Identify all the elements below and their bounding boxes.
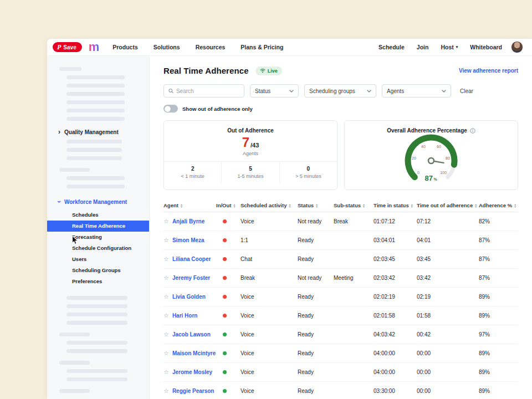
status-dropdown[interactable]: Status xyxy=(250,84,299,98)
star-icon[interactable]: ☆ xyxy=(163,369,169,375)
bucket-value: 0 xyxy=(280,166,337,172)
table-header: Agent▲▼In/Out▲▼Scheduled activity▲▼Statu… xyxy=(163,199,518,212)
search-input[interactable] xyxy=(176,88,239,94)
table-row[interactable]: ☆Maison McintyreVoiceReady04:00:0000:008… xyxy=(163,344,518,363)
sort-down-icon: ▼ xyxy=(474,206,477,208)
agent-link[interactable]: Jeremy Foster xyxy=(172,275,210,281)
table-row[interactable]: ☆Reggie PearsonVoiceReady03:30:0000:0089… xyxy=(163,382,518,399)
sidebar-section-workforce-management[interactable]: › Workforce Management xyxy=(47,196,149,207)
table-row[interactable]: ☆Simon Meza1:1Ready03:04:0104:0187% xyxy=(163,231,518,250)
column-header-in-out[interactable]: In/Out▲▼ xyxy=(216,202,241,208)
sort-icon[interactable]: ▲▼ xyxy=(474,203,477,208)
scheduled-activity-cell: Voice xyxy=(241,218,298,224)
table-row[interactable]: ☆Livia GoldenVoiceReady02:02:1902:1989% xyxy=(163,288,518,306)
sidebar-item-schedules[interactable]: Schedules xyxy=(47,209,149,221)
status-cell: Ready xyxy=(298,369,334,375)
sort-icon[interactable]: ▲▼ xyxy=(411,203,413,208)
column-label: Time in status xyxy=(374,202,409,208)
column-header-time-out-of-adherence[interactable]: Time out of adherence▲▼ xyxy=(417,202,479,208)
sidebar-section-quality-management[interactable]: › Quality Management xyxy=(47,126,149,137)
nav-item-resources[interactable]: Resources xyxy=(196,44,226,50)
star-icon[interactable]: ☆ xyxy=(163,218,169,224)
show-out-of-adherence-toggle[interactable] xyxy=(163,105,178,112)
sort-down-icon: ▼ xyxy=(411,206,413,208)
table-row[interactable]: ☆Hari HornVoiceReady02:01:5801:5889% xyxy=(163,306,518,325)
star-icon[interactable]: ☆ xyxy=(163,256,169,262)
agent-link[interactable]: Maison Mcintyre xyxy=(172,350,216,356)
sidebar-item-real-time-adherence[interactable]: Real Time Adherence xyxy=(47,221,149,232)
agent-link[interactable]: Liliana Cooper xyxy=(172,256,211,262)
app-logo[interactable]: m xyxy=(89,42,100,53)
user-avatar[interactable] xyxy=(511,41,523,53)
gauge-unit: % xyxy=(434,177,438,181)
star-icon[interactable]: ☆ xyxy=(163,350,169,356)
nav-item-solutions[interactable]: Solutions xyxy=(154,44,180,50)
star-icon[interactable]: ☆ xyxy=(163,313,169,319)
column-header-scheduled-activity[interactable]: Scheduled activity▲▼ xyxy=(241,202,298,208)
search-field[interactable] xyxy=(163,84,244,98)
overall-adherence-card: Overall Adherence Percentage xyxy=(344,120,518,190)
table-row[interactable]: ☆Jerome MosleyVoiceReady04:00:0000:0089% xyxy=(163,363,518,382)
scheduling-groups-dropdown[interactable]: Scheduling groups xyxy=(304,84,376,98)
summary-cards: Out of Adherence 7 /43 Agents 2< 1 minut… xyxy=(163,120,518,190)
star-icon[interactable]: ☆ xyxy=(163,294,169,300)
scheduled-activity-cell: Voice xyxy=(241,369,298,375)
main-nav-right: ScheduleJoinHost▾Whiteboard xyxy=(378,44,502,50)
time-out-of-adherence-cell: 04:01 xyxy=(417,237,479,243)
table-row[interactable]: ☆Anjali ByrneVoiceNot readyBreak01:07:12… xyxy=(163,212,518,231)
skeleton-bar xyxy=(66,148,122,152)
sidebar-item-schedule-configuration[interactable]: Schedule Configuration xyxy=(47,243,149,254)
sort-icon[interactable]: ▲▼ xyxy=(315,203,318,208)
status-cell: Ready xyxy=(298,350,334,356)
adherence-percent-cell: 82% xyxy=(479,218,518,224)
clear-filters-button[interactable]: Clear xyxy=(460,88,473,94)
sidebar-item-preferences[interactable]: Preferences xyxy=(47,276,149,287)
star-icon[interactable]: ☆ xyxy=(163,275,169,281)
agent-link[interactable]: Livia Golden xyxy=(172,294,206,300)
agent-link[interactable]: Jacob Lawson xyxy=(172,331,211,337)
toggle-knob xyxy=(165,106,171,112)
nav-item-plans-pricing[interactable]: Plans & Pricing xyxy=(241,44,283,50)
column-header-sub-status[interactable]: Sub-status▲▼ xyxy=(334,202,374,208)
nav-item-whiteboard[interactable]: Whiteboard xyxy=(470,44,502,50)
agent-link[interactable]: Hari Horn xyxy=(172,313,198,319)
column-label: In/Out xyxy=(216,202,231,208)
column-header-agent[interactable]: Agent▲▼ xyxy=(163,202,216,208)
column-header-adherence[interactable]: Adherence %▲▼ xyxy=(479,202,518,208)
view-adherence-report-link[interactable]: View adherence report xyxy=(459,68,518,74)
sidebar-item-forecasting[interactable]: Forecasting xyxy=(47,232,149,243)
sort-icon[interactable]: ▲▼ xyxy=(288,203,291,208)
app-window: P Save m ProductsSolutionsResourcesPlans… xyxy=(47,39,532,399)
skeleton-bar xyxy=(66,75,125,79)
status-cell: Ready xyxy=(298,256,334,262)
star-icon[interactable]: ☆ xyxy=(163,237,169,243)
sort-icon[interactable]: ▲▼ xyxy=(233,203,236,208)
svg-text:60: 60 xyxy=(437,145,441,149)
agents-dropdown[interactable]: Agents xyxy=(382,84,451,98)
skeleton-bar xyxy=(59,67,81,71)
sort-icon[interactable]: ▲▼ xyxy=(362,203,365,208)
table-row[interactable]: ☆Jeremy FosterBreakNot readyMeeting02:03… xyxy=(163,269,518,288)
live-badge-label: Live xyxy=(268,68,278,74)
column-header-status[interactable]: Status▲▼ xyxy=(298,202,334,208)
pinterest-icon: P xyxy=(57,44,61,50)
agent-link[interactable]: Anjali Byrne xyxy=(172,218,204,224)
nav-item-host[interactable]: Host▾ xyxy=(441,44,458,50)
pinterest-save-button[interactable]: P Save xyxy=(53,42,82,52)
nav-item-join[interactable]: Join xyxy=(417,44,429,50)
table-row[interactable]: ☆Jacob LawsonVoiceReady04:03:4200:4297% xyxy=(163,325,518,344)
star-icon[interactable]: ☆ xyxy=(163,331,169,337)
nav-item-schedule[interactable]: Schedule xyxy=(378,44,405,50)
nav-item-products[interactable]: Products xyxy=(112,44,138,50)
sort-icon[interactable]: ▲▼ xyxy=(514,203,516,208)
agent-link[interactable]: Simon Meza xyxy=(172,237,204,243)
sidebar-item-users[interactable]: Users xyxy=(47,254,149,265)
inout-cell xyxy=(216,350,241,356)
sort-icon[interactable]: ▲▼ xyxy=(180,203,183,208)
column-header-time-in-status[interactable]: Time in status▲▼ xyxy=(374,202,417,208)
star-icon[interactable]: ☆ xyxy=(163,388,169,394)
agent-link[interactable]: Reggie Pearson xyxy=(172,388,214,394)
sidebar-item-scheduling-groups[interactable]: Scheduling Groups xyxy=(47,265,149,276)
agent-link[interactable]: Jerome Mosley xyxy=(172,369,212,375)
table-row[interactable]: ☆Liliana CooperChatReady02:03:4503:4587% xyxy=(163,250,518,269)
